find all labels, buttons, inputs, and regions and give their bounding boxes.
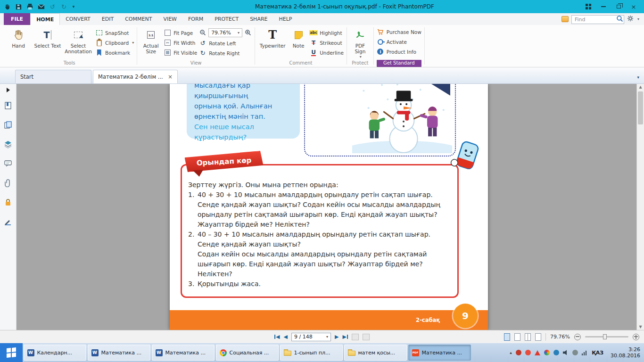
- redo-icon[interactable]: ↻: [60, 3, 68, 11]
- rotate-left-button[interactable]: ↺ Rotate Left: [199, 39, 252, 47]
- purchase-now-button[interactable]: Purchase Now: [377, 28, 421, 36]
- facing-view-icon[interactable]: [525, 333, 531, 341]
- tab-view[interactable]: VIEW: [157, 13, 182, 25]
- tray-color-app-icon[interactable]: [544, 350, 550, 355]
- taskbar-item-foxit-active[interactable]: PDF Математика ...: [408, 345, 471, 361]
- scroll-up-icon[interactable]: ▲: [637, 85, 644, 89]
- close-button[interactable]: ×: [626, 1, 641, 12]
- start-button[interactable]: [0, 343, 23, 362]
- zoom-in-button[interactable]: [633, 334, 639, 340]
- previous-view-icon[interactable]: [352, 334, 359, 340]
- pdf-sign-button[interactable]: PDF Sign ▾: [350, 26, 371, 59]
- search-icon[interactable]: [616, 15, 623, 22]
- undo-icon[interactable]: ↺: [49, 3, 57, 11]
- hand-tool-button[interactable]: Hand: [5, 26, 32, 49]
- bookmarks-panel-icon[interactable]: [4, 101, 12, 112]
- zoom-out-icon[interactable]: [199, 29, 206, 36]
- tab-comment[interactable]: COMMENT: [119, 13, 157, 25]
- taskbar-item-chrome[interactable]: Социальная ...: [216, 345, 279, 361]
- attachments-panel-icon[interactable]: [4, 179, 12, 189]
- tab-file[interactable]: FILE: [4, 13, 30, 25]
- fit-page-button[interactable]: Fit Page: [164, 29, 197, 37]
- find-tool-icon[interactable]: [561, 16, 569, 22]
- zoom-in-icon[interactable]: [244, 29, 252, 36]
- tray-usb-icon[interactable]: [572, 350, 578, 355]
- comments-panel-icon[interactable]: [4, 159, 12, 170]
- scroll-down-icon[interactable]: ▼: [637, 325, 644, 329]
- last-page-button[interactable]: ▶: [342, 334, 347, 340]
- zoom-slider-thumb[interactable]: [603, 334, 607, 339]
- tray-antivirus-icon[interactable]: [516, 350, 521, 355]
- taskbar-item-folder-1[interactable]: 1-сынып пл...: [280, 345, 343, 361]
- doc-tab-overflow-icon[interactable]: ▾: [637, 75, 639, 83]
- strikeout-button[interactable]: T Strikeout: [310, 39, 344, 47]
- zoom-out-button[interactable]: [574, 334, 581, 340]
- tab-protect[interactable]: PROTECT: [209, 13, 244, 25]
- tray-warning-icon[interactable]: [535, 350, 540, 355]
- taskbar-item-folder-2[interactable]: матем қосы...: [344, 345, 407, 361]
- save-icon[interactable]: [15, 3, 23, 11]
- product-info-button[interactable]: i Product Info: [377, 48, 421, 56]
- settings-dropdown-icon[interactable]: ▾: [637, 17, 639, 21]
- tab-help[interactable]: HELP: [273, 13, 298, 25]
- tray-cloud-icon[interactable]: [553, 350, 559, 355]
- signature-panel-icon[interactable]: [4, 217, 12, 228]
- email-icon[interactable]: [37, 3, 45, 11]
- print-icon[interactable]: [26, 3, 34, 11]
- fit-width-button[interactable]: ↔ Fit Width: [164, 39, 197, 47]
- minimize-button[interactable]: [596, 1, 611, 12]
- doc-tab-current[interactable]: Математика 2-бөлім ... ×: [93, 70, 178, 83]
- activate-button[interactable]: Activate: [377, 38, 421, 46]
- pages-panel-icon[interactable]: [4, 121, 12, 131]
- tab-convert[interactable]: CONVERT: [60, 13, 96, 25]
- continuous-view-icon[interactable]: [514, 333, 520, 341]
- tab-edit[interactable]: EDIT: [96, 13, 119, 25]
- actual-size-button[interactable]: 1:1 Actual Size: [140, 26, 162, 54]
- first-page-button[interactable]: ◀: [274, 334, 280, 340]
- underline-button[interactable]: U Underline: [310, 49, 344, 57]
- highlight-button[interactable]: abc Highlight: [310, 29, 344, 37]
- page-number-input[interactable]: 9 / 148 ▾: [291, 333, 331, 341]
- next-view-icon[interactable]: [363, 334, 370, 340]
- continuous-facing-view-icon[interactable]: [535, 333, 541, 341]
- task-item-2: 2. 40 – 30 + 10 мысалын амалдардың орынд…: [188, 230, 454, 279]
- fit-visible-button[interactable]: Fit Visible: [164, 49, 197, 57]
- volume-icon[interactable]: [563, 350, 569, 355]
- previous-page-button[interactable]: ◀: [284, 334, 288, 340]
- bookmark-button[interactable]: Bookmark: [95, 49, 134, 57]
- settings-gear-icon[interactable]: [627, 15, 634, 24]
- tab-form[interactable]: FORM: [182, 13, 209, 25]
- single-page-view-icon[interactable]: [504, 333, 510, 341]
- next-page-button[interactable]: ▶: [335, 334, 339, 340]
- qat-customize-dropdown-icon[interactable]: ▾: [71, 3, 76, 11]
- taskbar-clock[interactable]: 3:26 30.08.2016: [609, 346, 640, 359]
- layers-panel-icon[interactable]: [4, 140, 12, 150]
- select-text-button[interactable]: T Select Text: [34, 26, 61, 49]
- note-button[interactable]: Note: [289, 26, 308, 49]
- language-indicator[interactable]: ҚАЗ: [590, 350, 605, 356]
- document-view-area[interactable]: мысалдағы қар қиыршығының орнына қой. Ал…: [17, 84, 636, 330]
- rotate-right-button[interactable]: ↻ Rotate Right: [199, 49, 252, 57]
- expand-panel-icon[interactable]: [7, 88, 10, 92]
- doc-tab-start[interactable]: Start: [15, 70, 91, 83]
- taskbar-item-word-2[interactable]: W Математика ...: [88, 345, 150, 361]
- restore-button[interactable]: [611, 1, 626, 12]
- tab-home[interactable]: HOME: [30, 13, 60, 25]
- doc-tab-close-icon[interactable]: ×: [168, 74, 173, 80]
- tray-alert-icon[interactable]: [525, 350, 531, 355]
- network-icon[interactable]: [582, 350, 587, 355]
- tray-expand-icon[interactable]: ▴: [510, 350, 512, 355]
- taskbar-item-word-1[interactable]: W Календарн...: [24, 345, 86, 361]
- tab-share[interactable]: SHARE: [244, 13, 273, 25]
- clipboard-button[interactable]: Clipboard ▾: [95, 39, 134, 47]
- scrollbar-thumb[interactable]: [638, 91, 643, 124]
- taskbar-item-word-3[interactable]: W Математика ...: [152, 345, 215, 361]
- security-lock-icon[interactable]: [4, 198, 12, 208]
- tile-windows-icon[interactable]: [581, 1, 596, 12]
- zoom-slider[interactable]: [585, 336, 628, 337]
- zoom-level-select[interactable]: 79.76% ▾: [208, 28, 242, 37]
- snapshot-button[interactable]: SnapShot: [95, 29, 134, 37]
- vertical-scrollbar[interactable]: ▲ ▼: [636, 84, 644, 330]
- typewriter-button[interactable]: T Typewriter: [258, 26, 287, 49]
- select-annotation-button[interactable]: Select Annotation: [63, 26, 93, 54]
